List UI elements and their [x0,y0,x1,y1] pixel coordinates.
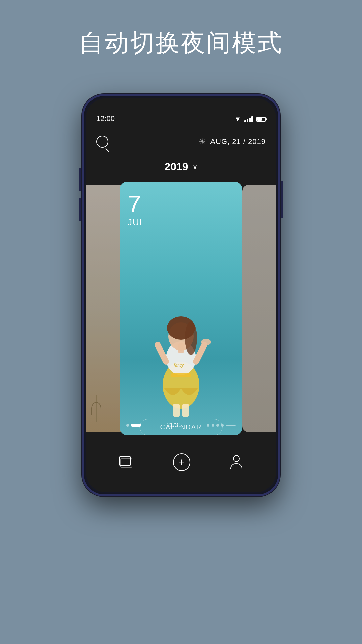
svg-rect-11 [171,373,191,377]
cards-area: fancy 7 JUL 21/31 [86,178,276,439]
dot-bar [226,425,236,426]
volume-up-button [79,168,81,191]
bottom-nav: + [86,439,276,492]
main-card[interactable]: fancy 7 JUL 21/31 [120,182,242,435]
profile-head [233,455,240,462]
card-day: 7 [128,192,145,216]
calendar-button[interactable]: CALENDAR [140,419,223,435]
nav-add-button[interactable]: + [173,453,190,471]
phone-bezel: 12:00 ▼ [82,94,280,496]
current-date: AUG, 21 / 2019 [210,137,266,146]
volume-down-button [79,198,81,221]
svg-rect-9 [173,404,180,417]
page-title: 自动切换夜间模式 [0,27,362,59]
card-month: JUL [128,217,145,228]
svg-point-5 [185,321,197,355]
card-decor [86,382,110,422]
nav-profile[interactable] [230,455,243,469]
page-indicators-left [126,424,141,427]
svg-line-7 [196,345,204,362]
person-figure: fancy [147,284,215,419]
profile-shoulders [230,463,242,469]
svg-text:fancy: fancy [174,363,184,368]
plus-icon: + [179,457,185,467]
svg-line-6 [158,345,166,362]
card-date-overlay: 7 JUL [128,192,145,228]
wifi-icon: ▼ [234,115,241,123]
nav-album[interactable] [119,456,134,468]
battery-icon [256,117,266,122]
status-time: 12:00 [96,114,115,125]
header-bar: ☀ AUG, 21 / 2019 [86,128,276,155]
side-card-right[interactable] [242,185,276,432]
phone-device: 12:00 ▼ [82,94,280,496]
dot-1 [126,424,129,427]
phone-screen: 12:00 ▼ [86,98,276,492]
search-icon[interactable] [96,136,108,148]
year-label: 2019 [164,161,188,173]
status-icons: ▼ [234,115,266,125]
profile-icon [230,455,243,469]
sun-icon: ☀ [199,137,206,146]
status-bar: 12:00 ▼ [86,98,276,128]
signal-icon [244,116,253,122]
chevron-down-icon: ∨ [192,162,198,171]
album-icon [119,456,134,468]
battery-fill [257,118,262,121]
year-selector[interactable]: 2019 ∨ [86,155,276,178]
svg-rect-10 [182,404,189,417]
svg-point-8 [201,339,211,345]
date-display: ☀ AUG, 21 / 2019 [199,137,266,146]
calendar-button-wrap[interactable]: CALENDAR [140,419,223,435]
power-button [281,181,283,218]
side-card-right-image [242,185,276,432]
